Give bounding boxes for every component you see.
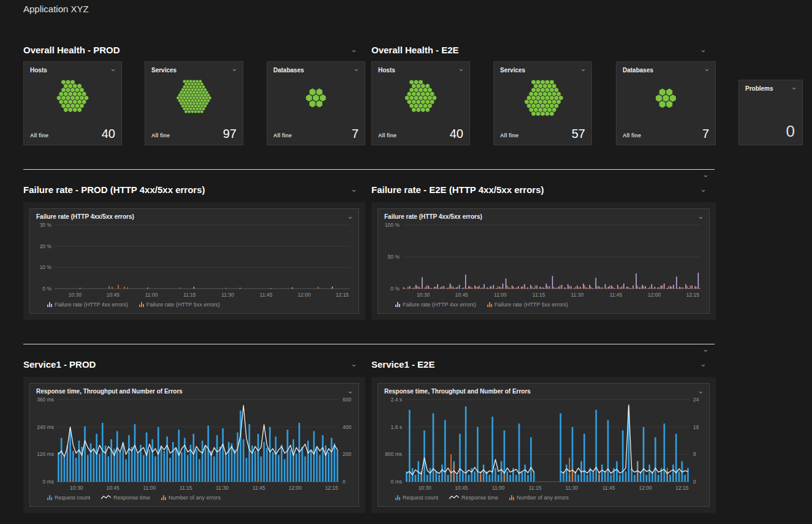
health-tile-services-e2e[interactable]: Services ⌄ All fine 57 [493,61,592,145]
legend-item[interactable]: Failure rate (HTTP 5xx errors) [487,302,568,308]
svg-text:0 ms: 0 ms [43,479,54,485]
health-tile-services-prod[interactable]: Services ⌄ All fine 97 [145,61,243,145]
panel-header: Failure rate (HTTP 4xx/5xx errors) ⌄ [378,209,709,220]
chevron-down-icon[interactable]: ⌄ [347,388,354,395]
tile-count: 57 [572,127,585,141]
chart-title: Response time, Throughput and Number of … [36,388,183,395]
chart-legend: Failure rate (HTTP 4xx errors)Failure ra… [30,300,359,313]
svg-text:12:15: 12:15 [336,292,349,298]
tile-title: Services [151,67,176,74]
health-tile-databases-prod[interactable]: Databases ⌄ All fine 7 [267,61,365,145]
legend-item[interactable]: Failure rate (HTTP 4xx errors) [395,302,476,308]
svg-text:11:15: 11:15 [180,485,192,491]
legend-item[interactable]: Request count [47,495,90,501]
honeycomb-chart [30,77,115,120]
svg-text:10:30: 10:30 [70,485,83,491]
bars-icon [139,302,144,307]
health-tile-hosts-e2e[interactable]: Hosts ⌄ All fine 40 [371,61,470,145]
section-title: Overall Health - E2E [371,45,459,55]
svg-text:11:15: 11:15 [533,292,545,298]
bars-icon [161,495,166,500]
chevron-down-icon[interactable]: ⌄ [580,66,586,72]
svg-text:600: 600 [343,397,351,403]
svg-text:360 ms: 360 ms [37,397,54,403]
svg-text:10:45: 10:45 [455,292,469,298]
chevron-down-icon[interactable]: ⌄ [700,361,707,368]
problems-count: 0 [786,122,795,141]
section-title: Failure rate - E2E (HTTP 4xx/5xx errors) [371,184,544,195]
chart-panel[interactable]: Failure rate (HTTP 4xx/5xx errors) ⌄ 100… [378,208,710,314]
failure-rate-tile-e2e: Failure rate (HTTP 4xx/5xx errors) ⌄ 100… [371,202,716,320]
svg-text:20 %: 20 % [40,243,52,249]
legend-item[interactable]: Failure rate (HTTP 5xx errors) [139,302,220,308]
chevron-down-icon[interactable]: ⌄ [351,47,357,53]
legend-item[interactable]: Number of any errors [509,495,569,501]
legend-item[interactable]: Response time [449,495,498,501]
section-header-failure-prod: Failure rate - PROD (HTTP 4xx/5xx errors… [23,184,357,195]
svg-text:0: 0 [693,479,696,485]
tile-title: Services [500,67,525,74]
service-tile-e2e: Response time, Throughput and Number of … [371,377,716,513]
chart-legend: Failure rate (HTTP 4xx errors)Failure ra… [378,300,709,313]
svg-text:11:30: 11:30 [571,292,583,298]
tile-title: Databases [623,67,653,74]
failure-rate-chart-e2e[interactable]: 100 %50 %0 %10:3010:4511:0011:1511:3011:… [378,220,709,300]
section-header-service-prod: Service1 - PROD ⌄ [23,359,357,370]
chevron-down-icon[interactable]: ⌄ [351,361,357,368]
health-tile-hosts-prod[interactable]: Hosts ⌄ All fine 40 [23,61,122,145]
chevron-down-icon[interactable]: ⌄ [110,66,116,72]
chevron-down-icon[interactable]: ⌄ [702,172,709,178]
tile-status: All fine [30,132,48,139]
bars-icon [487,302,492,307]
chevron-down-icon[interactable]: ⌄ [458,66,465,72]
svg-text:12:00: 12:00 [639,485,652,491]
health-tile-databases-e2e[interactable]: Databases ⌄ All fine 7 [616,61,716,145]
svg-text:11:00: 11:00 [145,292,158,298]
chart-panel[interactable]: Failure rate (HTTP 4xx/5xx errors) ⌄ 30 … [29,208,359,314]
tile-status: All fine [623,132,641,139]
svg-text:12:15: 12:15 [675,485,689,491]
tile-status: All fine [273,132,292,139]
bars-icon [47,495,52,500]
chevron-down-icon[interactable]: ⌄ [351,186,357,193]
svg-text:12:00: 12:00 [648,292,661,298]
legend-item[interactable]: Failure rate (HTTP 4xx errors) [47,302,128,308]
chevron-down-icon[interactable]: ⌄ [353,66,360,72]
svg-text:10 %: 10 % [40,264,52,270]
tile-count: 40 [450,127,463,141]
svg-text:0 %: 0 % [42,286,51,292]
panel-header: Failure rate (HTTP 4xx/5xx errors) ⌄ [30,209,359,220]
problems-tile[interactable]: Problems ⌄ 0 [738,80,803,145]
svg-text:11:45: 11:45 [260,292,273,298]
line-icon [449,495,459,500]
service-chart-prod[interactable]: 360 ms240 ms120 ms0 ms600400200010:3010:… [30,395,359,493]
legend-label: Number of any errors [517,495,569,501]
legend-item[interactable]: Request count [395,495,438,501]
failure-rate-chart-prod[interactable]: 30 %20 %10 %0 %10:3010:4511:0011:1511:30… [30,220,359,300]
chevron-down-icon[interactable]: ⌄ [704,66,710,72]
chevron-down-icon[interactable]: ⌄ [697,213,704,220]
chevron-down-icon[interactable]: ⌄ [700,186,707,193]
svg-text:12:15: 12:15 [686,292,700,298]
chevron-down-icon[interactable]: ⌄ [231,66,238,72]
chevron-down-icon[interactable]: ⌄ [347,213,354,220]
tile-status: All fine [378,132,397,139]
dashboard-page: { "app": {"title": "Application XYZ"}, "… [0,0,812,524]
chevron-down-icon[interactable]: ⌄ [700,47,707,53]
chart-panel[interactable]: Response time, Throughput and Number of … [378,383,710,507]
legend-item[interactable]: Response time [101,495,150,501]
svg-text:11:15: 11:15 [183,292,196,298]
tile-title: Hosts [30,67,47,74]
chevron-down-icon[interactable]: ⌄ [791,84,797,91]
chevron-down-icon[interactable]: ⌄ [702,346,709,353]
service-chart-e2e[interactable]: 2.4 s1.6 s800 ms0 ms24168010:3010:4511:0… [378,395,709,493]
svg-text:11:00: 11:00 [494,292,507,298]
chart-panel[interactable]: Response time, Throughput and Number of … [29,383,359,507]
chart-title: Failure rate (HTTP 4xx/5xx errors) [384,213,482,220]
tile-count: 40 [102,127,115,141]
svg-text:11:30: 11:30 [221,292,234,298]
svg-text:8: 8 [693,451,696,457]
honeycomb-chart [500,77,585,120]
legend-item[interactable]: Number of any errors [161,495,221,501]
chevron-down-icon[interactable]: ⌄ [697,388,704,395]
